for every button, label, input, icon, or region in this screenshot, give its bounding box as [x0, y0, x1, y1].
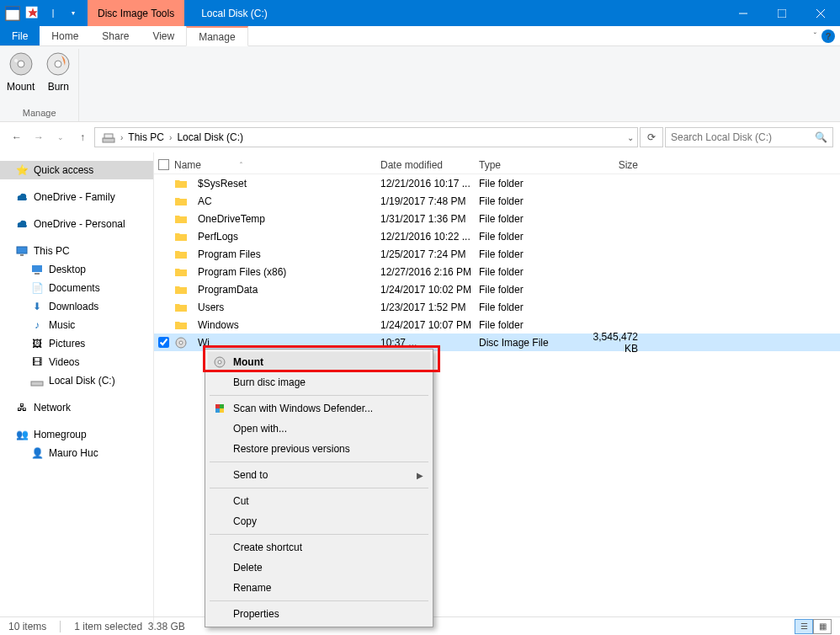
svg-rect-17 — [35, 273, 40, 275]
sidebar-label: OneDrive - Family — [34, 191, 115, 203]
svg-rect-24 — [220, 404, 224, 408]
details-view-button[interactable]: ☰ — [795, 619, 813, 634]
row-checkbox[interactable] — [154, 178, 173, 189]
music-icon: ♪ — [30, 318, 44, 332]
file-row[interactable]: $SysReset12/21/2016 10:17 ...File folder — [154, 174, 840, 192]
column-size[interactable]: Size — [580, 159, 643, 171]
sidebar-item-local-disk[interactable]: Local Disk (C:) — [0, 371, 153, 390]
row-checkbox[interactable] — [154, 301, 173, 312]
ctx-rename[interactable]: Rename — [208, 578, 430, 598]
qat-dropdown-icon[interactable]: ▾ — [64, 4, 82, 23]
sidebar-item-this-pc[interactable]: This PC — [0, 242, 153, 260]
recent-dropdown[interactable]: ⌄ — [51, 127, 71, 147]
file-row[interactable]: PerfLogs12/21/2016 10:22 ...File folder — [154, 227, 840, 245]
file-date: 12/27/2016 2:16 PM — [380, 266, 479, 278]
tab-share[interactable]: Share — [90, 26, 141, 45]
breadcrumb-sep[interactable]: › — [120, 133, 123, 142]
ctx-delete[interactable]: Delete — [208, 558, 430, 578]
crumb-this-pc[interactable]: This PC — [125, 131, 167, 143]
row-checkbox[interactable] — [154, 337, 173, 348]
sidebar-label: Network — [34, 402, 71, 414]
svg-rect-26 — [220, 408, 224, 413]
sidebar-item-music[interactable]: ♪Music — [0, 316, 153, 334]
sidebar-item-user[interactable]: 👤Mauro Huc — [0, 444, 153, 462]
minimize-button[interactable] — [724, 0, 763, 26]
column-type[interactable]: Type — [479, 159, 580, 171]
collapse-ribbon-icon[interactable]: ˇ — [814, 32, 816, 41]
breadcrumb-sep[interactable]: › — [169, 133, 172, 142]
row-checkbox[interactable] — [154, 266, 173, 277]
sidebar-item-videos[interactable]: 🎞Videos — [0, 353, 153, 371]
row-checkbox[interactable] — [154, 248, 173, 259]
help-icon[interactable]: ? — [821, 29, 835, 43]
ctx-burn[interactable]: Burn disc image — [208, 372, 430, 392]
file-row[interactable]: Users1/23/2017 1:52 PMFile folder — [154, 298, 840, 316]
crumb-local-disk[interactable]: Local Disk (C:) — [173, 131, 247, 143]
tab-home[interactable]: Home — [40, 26, 90, 45]
ctx-properties[interactable]: Properties — [208, 604, 430, 624]
search-icon[interactable]: 🔍 — [815, 131, 827, 143]
file-type: File folder — [479, 301, 580, 313]
row-checkbox[interactable] — [154, 213, 173, 224]
file-row[interactable]: Windows1/24/2017 10:07 PMFile folder — [154, 316, 840, 334]
maximize-button[interactable] — [763, 0, 801, 26]
address-bar[interactable]: › This PC › Local Disk (C:) ⌄ — [94, 127, 638, 147]
properties-icon[interactable] — [3, 4, 22, 23]
ctx-mount[interactable]: Mount — [208, 352, 430, 372]
address-dropdown-icon[interactable]: ⌄ — [627, 133, 634, 142]
sidebar-item-onedrive-personal[interactable]: OneDrive - Personal — [0, 215, 153, 233]
navbar: ← → ⌄ ↑ › This PC › Local Disk (C:) ⌄ ⟳ … — [0, 122, 840, 152]
ctx-send-to[interactable]: Send to▶ — [208, 465, 430, 485]
column-date[interactable]: Date modified — [380, 159, 479, 171]
search-input[interactable] — [671, 131, 815, 143]
file-date: 1/24/2017 10:07 PM — [380, 319, 479, 331]
file-date: 1/23/2017 1:52 PM — [380, 301, 479, 313]
row-checkbox[interactable] — [154, 231, 173, 242]
forward-button[interactable]: → — [29, 127, 49, 147]
sidebar-item-desktop[interactable]: Desktop — [0, 260, 153, 279]
burn-button[interactable]: Burn — [45, 49, 72, 108]
ctx-create-shortcut[interactable]: Create shortcut — [208, 537, 430, 558]
svg-rect-14 — [17, 247, 27, 253]
file-row[interactable]: Program Files1/25/2017 7:24 PMFile folde… — [154, 245, 840, 263]
user-icon: 👤 — [30, 446, 44, 460]
sidebar-item-quick-access[interactable]: ⭐ Quick access — [0, 161, 153, 179]
refresh-button[interactable]: ⟳ — [640, 127, 663, 147]
tab-view[interactable]: View — [141, 26, 186, 45]
ctx-open-with[interactable]: Open with... — [208, 419, 430, 439]
file-row[interactable]: Program Files (x86)12/27/2016 2:16 PMFil… — [154, 263, 840, 280]
sidebar-label: Downloads — [49, 301, 98, 312]
file-row[interactable]: ProgramData1/24/2017 10:02 PMFile folder — [154, 280, 840, 298]
close-button[interactable] — [801, 0, 840, 26]
new-folder-icon[interactable] — [24, 4, 42, 23]
sidebar-item-documents[interactable]: 📄Documents — [0, 279, 153, 297]
sidebar-item-homegroup[interactable]: 👥Homegroup — [0, 425, 153, 444]
up-button[interactable]: ↑ — [72, 127, 93, 147]
back-button[interactable]: ← — [7, 127, 27, 147]
sidebar-item-pictures[interactable]: 🖼Pictures — [0, 334, 153, 353]
svg-rect-13 — [104, 134, 113, 138]
ctx-restore[interactable]: Restore previous versions — [208, 439, 430, 459]
large-icons-view-button[interactable]: ▦ — [813, 619, 832, 634]
sidebar-item-downloads[interactable]: ⬇Downloads — [0, 297, 153, 316]
select-all-checkbox[interactable] — [154, 159, 173, 170]
row-checkbox[interactable] — [154, 284, 173, 295]
file-row[interactable]: OneDriveTemp1/31/2017 1:36 PMFile folder — [154, 210, 840, 227]
search-box[interactable]: 🔍 — [665, 127, 833, 147]
svg-point-9 — [14, 59, 18, 62]
row-checkbox[interactable] — [154, 195, 173, 206]
file-name: AC — [198, 195, 212, 207]
ctx-copy[interactable]: Copy — [208, 511, 430, 531]
tab-file[interactable]: File — [0, 26, 40, 45]
file-row[interactable]: AC1/19/2017 7:48 PMFile folder — [154, 192, 840, 210]
tab-manage[interactable]: Manage — [186, 26, 247, 46]
sidebar-item-network[interactable]: 🖧Network — [0, 398, 153, 417]
row-checkbox[interactable] — [154, 319, 173, 330]
sidebar-label: Music — [49, 319, 75, 331]
ctx-defender[interactable]: Scan with Windows Defender... — [208, 398, 430, 419]
mount-button[interactable]: Mount — [7, 49, 35, 108]
ctx-cut[interactable]: Cut — [208, 491, 430, 511]
column-name[interactable]: Nameˆ — [173, 159, 380, 171]
sidebar-item-onedrive-family[interactable]: OneDrive - Family — [0, 188, 153, 206]
folder-icon — [174, 283, 188, 296]
